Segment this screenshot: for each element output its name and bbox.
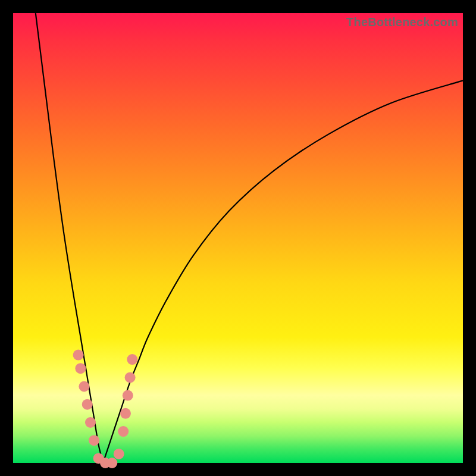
highlight-dot <box>127 354 137 365</box>
highlight-dot <box>120 408 131 419</box>
curve-left-branch <box>36 13 103 463</box>
highlight-dot <box>89 435 99 446</box>
curve-right-branch <box>103 80 463 463</box>
highlight-dot <box>73 350 84 361</box>
highlight-dot <box>85 417 96 428</box>
plot-area: TheBottleneck.com <box>13 13 463 463</box>
highlight-dot <box>114 449 124 459</box>
chart-frame: TheBottleneck.com <box>0 0 476 476</box>
highlight-dot <box>123 390 133 401</box>
highlight-dot <box>79 381 89 392</box>
highlight-dot <box>82 399 93 410</box>
highlight-dot <box>75 363 86 374</box>
highlight-dots <box>73 350 138 468</box>
bottleneck-curve-svg <box>13 13 463 463</box>
highlight-dot <box>107 458 117 468</box>
highlight-dot <box>125 372 136 383</box>
highlight-dot <box>118 426 129 437</box>
